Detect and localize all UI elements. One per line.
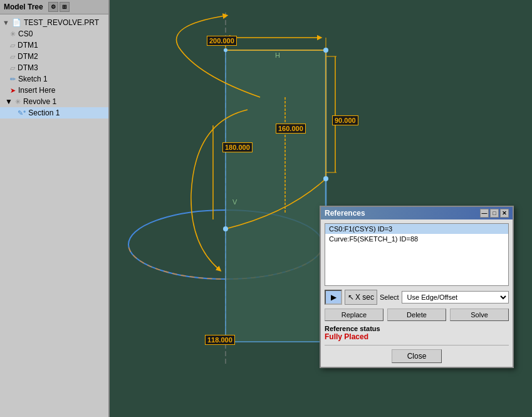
status-value: Fully Placed <box>325 332 509 341</box>
dialog-minimize-btn[interactable]: — <box>480 209 489 218</box>
dim-200: 200.000 <box>207 36 237 46</box>
replace-button[interactable]: Replace <box>325 309 383 321</box>
ref-item-1[interactable]: CS0:F1(CSYS) ID=3 <box>325 224 508 234</box>
dim-118: 118.000 <box>205 335 235 345</box>
dtm2-label: DTM2 <box>18 52 38 61</box>
revolve1-label: Revolve 1 <box>23 97 56 106</box>
dtm3-label: DTM3 <box>18 63 38 72</box>
toolbar-row: ▶ ↖ X sec Select Use Edge/Offset Use Sur… <box>325 290 509 305</box>
tree-item-dtm2[interactable]: ▱ DTM2 <box>0 51 108 62</box>
references-list[interactable]: CS0:F1(CSYS) ID=3 Curve:F5(SKETCH_1) ID=… <box>325 223 509 286</box>
root-label: TEST_REVOLVE.PRT <box>24 18 99 27</box>
tree-item-cs0[interactable]: ✳ CS0 <box>0 28 108 40</box>
svg-text:V: V <box>232 198 237 206</box>
cs0-label: CS0 <box>18 29 33 38</box>
svg-point-21 <box>224 48 227 52</box>
model-tree-panel: Model Tree ⚙ ⊞ ▼ 📄 TEST_REVOLVE.PRT ✳ CS… <box>0 0 110 417</box>
tree-item-insert[interactable]: ➤ Insert Here <box>0 85 108 96</box>
dtm1-label: DTM1 <box>18 41 38 50</box>
dtm1-icon: ▱ <box>10 41 15 50</box>
x-sec-label: X sec <box>355 293 374 302</box>
svg-point-18 <box>323 176 328 181</box>
root-icon: 📄 <box>12 18 21 27</box>
solve-button[interactable]: Solve <box>450 309 509 321</box>
tree-settings-icon[interactable]: ⚙ <box>48 2 58 12</box>
sketch1-label: Sketch 1 <box>18 75 48 83</box>
tree-item-dtm3[interactable]: ▱ DTM3 <box>0 62 108 73</box>
cursor-tool-btn[interactable]: ▶ <box>325 290 342 305</box>
x-sec-tool-btn[interactable]: ↖ X sec <box>345 290 377 305</box>
status-section: Reference status Fully Placed <box>325 325 509 341</box>
dtm2-icon: ▱ <box>10 53 15 61</box>
tree-item-root[interactable]: ▼ 📄 TEST_REVOLVE.PRT <box>0 17 108 28</box>
ref-item-2[interactable]: Curve:F5(SKETCH_1) ID=88 <box>325 234 508 244</box>
tree-item-dtm1[interactable]: ▱ DTM1 <box>0 40 108 51</box>
references-dialog: References — □ ✕ CS0:F1(CSYS) ID=3 Curve… <box>320 206 514 368</box>
action-buttons-row: Replace Delete Solve <box>325 309 509 321</box>
tree-item-section1[interactable]: ✎* Section 1 <box>0 107 108 119</box>
tree-item-revolve1[interactable]: ▼ ✳ Revolve 1 <box>0 96 108 107</box>
svg-point-19 <box>223 226 228 231</box>
sketch1-icon: ✏ <box>10 75 16 83</box>
dim-180: 180.000 <box>222 142 253 152</box>
cursor-icon: ↖ <box>348 293 354 302</box>
tree-expand-icon[interactable]: ⊞ <box>60 2 70 12</box>
section1-label: Section 1 <box>28 108 60 117</box>
dialog-body: CS0:F1(CSYS) ID=3 Curve:F5(SKETCH_1) ID=… <box>321 219 513 367</box>
dialog-restore-btn[interactable]: □ <box>490 209 499 218</box>
viewport: V V H 200.000 160.000 90.000 180.000 118… <box>110 0 532 417</box>
dialog-title: References <box>325 209 365 218</box>
cs0-icon: ✳ <box>10 30 16 38</box>
svg-point-17 <box>323 48 328 53</box>
edge-offset-select[interactable]: Use Edge/Offset Use Surface Intent Chain <box>402 291 509 304</box>
dtm3-icon: ▱ <box>10 64 15 72</box>
revolve1-icon: ✳ <box>15 98 21 106</box>
insert-icon: ➤ <box>10 87 16 95</box>
close-row: Close <box>325 345 509 363</box>
insert-label: Insert Here <box>18 86 55 95</box>
dialog-controls: — □ ✕ <box>480 209 509 218</box>
model-tree-title: Model Tree <box>4 3 43 11</box>
tree-items-list: ▼ 📄 TEST_REVOLVE.PRT ✳ CS0 ▱ DTM1 ▱ DTM2… <box>0 14 108 121</box>
delete-button[interactable]: Delete <box>387 309 446 321</box>
svg-marker-4 <box>226 50 326 342</box>
section1-icon: ✎* <box>18 109 26 117</box>
close-button[interactable]: Close <box>392 349 442 363</box>
svg-text:H: H <box>275 51 280 59</box>
dialog-close-btn[interactable]: ✕ <box>500 209 509 218</box>
dim-160: 160.000 <box>276 124 306 134</box>
model-tree-header: Model Tree ⚙ ⊞ <box>0 0 108 14</box>
root-expand-icon: ▼ <box>3 19 9 26</box>
dialog-titlebar: References — □ ✕ <box>321 207 513 219</box>
dim-90: 90.000 <box>332 115 358 125</box>
tree-item-sketch1[interactable]: ✏ Sketch 1 <box>0 73 108 85</box>
revolve1-expand-icon: ▼ <box>5 97 13 106</box>
select-label: Select <box>380 293 399 301</box>
status-label: Reference status <box>325 325 509 332</box>
